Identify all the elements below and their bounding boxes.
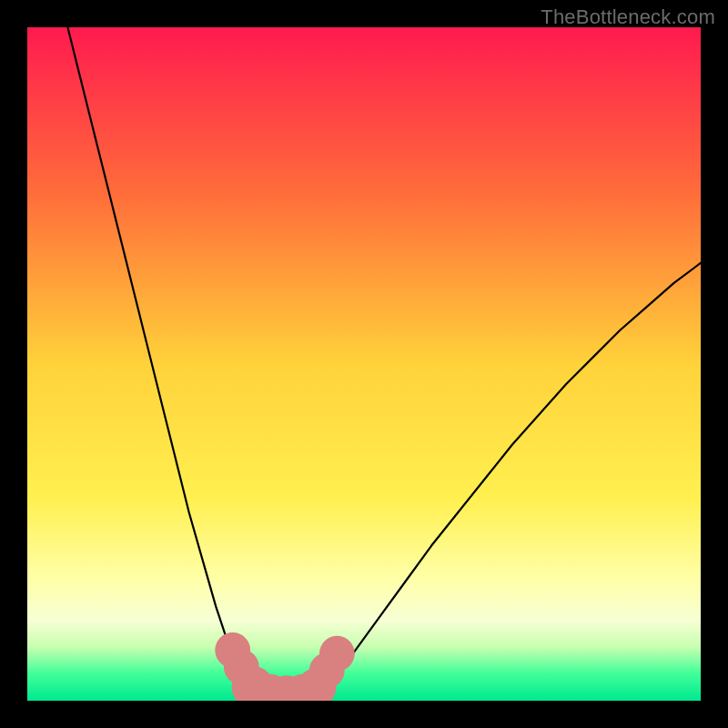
chart-frame: TheBottleneck.com	[0, 0, 728, 728]
marker-dot	[319, 636, 355, 672]
watermark-text: TheBottleneck.com	[541, 5, 715, 29]
plot-area	[27, 27, 701, 701]
gradient-background	[27, 27, 701, 701]
chart-svg	[27, 27, 701, 701]
